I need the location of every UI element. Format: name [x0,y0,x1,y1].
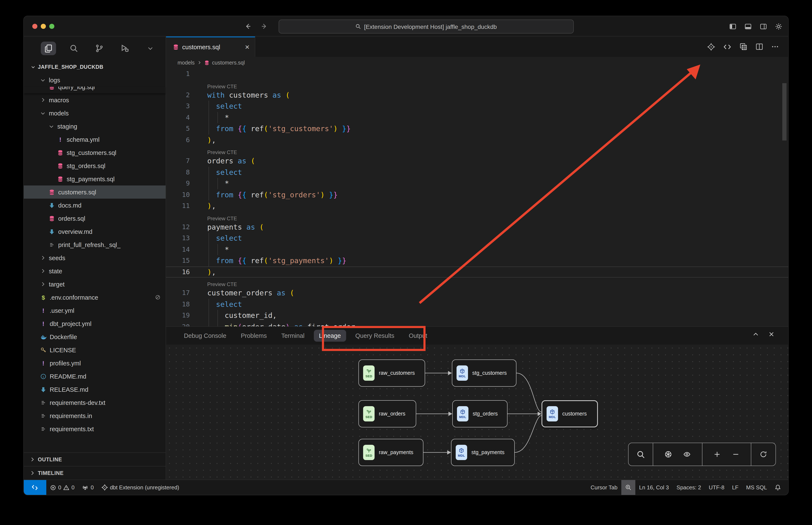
status-zoom-icon[interactable] [621,480,635,495]
code-line-10[interactable]: 10 from {{ ref('stg_orders') }} [166,189,788,200]
code-line-9[interactable]: 9 * [166,178,788,189]
tree-item--env-conformance[interactable]: $.env.conformance [24,291,166,304]
tree-item-overview-md[interactable]: overview.md [24,225,166,238]
tree-item-dockerfile[interactable]: Dockerfile [24,330,166,343]
tree-item-dbt-project-yml[interactable]: !dbt_project.yml [24,317,166,330]
status-item[interactable]: 00 [46,480,78,495]
lineage-node-raw_orders[interactable]: SEDraw_orders [358,400,416,427]
code-line-6[interactable]: 6), [166,134,788,146]
zoom-window-button[interactable] [49,24,54,29]
toggle-secondary-sidebar-icon[interactable] [760,23,767,30]
editor-scrollbar[interactable] [782,83,786,140]
panel-tab-output[interactable]: Output [404,330,432,342]
code-line-11[interactable]: 11), [166,200,788,212]
tree-item-release-md[interactable]: RELEASE.md [24,383,166,396]
tree-item-requirements-in[interactable]: requirements.in [24,409,166,422]
tree-item-orders-sql[interactable]: orders.sql [24,212,166,225]
code-line-2[interactable]: 2with customers as ( [166,89,788,101]
tree-item-print-full-refresh-sql-[interactable]: print_full_refresh._sql_ [24,238,166,251]
tree-item-docs-md[interactable]: docs.md [24,199,166,212]
dbt-logo-icon[interactable] [707,43,715,51]
lineage-eye-icon[interactable] [683,451,690,458]
explorer-project-header[interactable]: JAFFLE_SHOP_DUCKDB [24,60,166,73]
code-line-8[interactable]: 8 select [166,167,788,178]
status-item[interactable]: dbt Extension (unregistered) [98,480,183,495]
lineage-node-stg_customers[interactable]: MDLstg_customers [452,359,516,387]
activity-search-icon[interactable] [66,42,82,55]
code-area[interactable]: 1Preview CTE2with customers as (3 select… [166,68,788,326]
lineage-node-raw_customers[interactable]: SEDraw_customers [358,359,425,387]
breadcrumb-file[interactable]: customers.sql [212,60,245,65]
lineage-aperture-icon[interactable] [665,451,672,458]
codelens-preview-cte[interactable]: Preview CTE [166,146,788,155]
activity-debug-icon[interactable] [117,42,133,55]
code-line-16[interactable]: 16), [166,266,788,278]
tree-item-seeds[interactable]: seeds [24,251,166,265]
lineage-node-raw_payments[interactable]: SEDraw_payments [358,439,424,466]
code-line-13[interactable]: 13 select [166,232,788,244]
code-line-14[interactable]: 14 * [166,244,788,255]
tree-item-schema-yml[interactable]: !schema.yml [24,133,166,146]
code-line-18[interactable]: 18 select [166,299,788,310]
tree-item-stg-customers-sql[interactable]: stg_customers.sql [24,146,166,159]
breadcrumb[interactable]: models customers.sql [166,57,788,68]
query-results-icon[interactable] [739,43,748,51]
code-line-4[interactable]: 4 * [166,112,788,123]
tree-item-requirements-dev-txt[interactable]: requirements-dev.txt [24,396,166,409]
status-item-ms-sql[interactable]: MS SQL [742,480,771,495]
close-tab-icon[interactable]: ✕ [245,44,250,50]
back-arrow-icon[interactable] [245,23,251,30]
activity-git-branch-icon[interactable] [92,42,107,55]
codelens-preview-cte[interactable]: Preview CTE [166,79,788,89]
tree-item-state[interactable]: state [24,265,166,278]
panel-tab-terminal[interactable]: Terminal [276,330,310,342]
tree-item-logs[interactable]: logs [24,73,166,87]
tab-customers-sql[interactable]: customers.sql ✕ [166,36,255,57]
tree-item-requirements-txt[interactable]: requirements.txt [24,422,166,435]
traffic-lights[interactable] [32,24,54,29]
close-panel-icon[interactable] [768,331,774,338]
tree-item-license[interactable]: LICENSE [24,343,166,357]
code-line-15[interactable]: 15 from {{ ref('stg_payments') }} [166,255,788,266]
split-editor-icon[interactable] [755,43,763,50]
close-window-button[interactable] [32,24,38,29]
compiled-code-icon[interactable] [723,43,731,51]
tree-item--user-yml[interactable]: !.user.yml [24,304,166,317]
status-item-cursor-tab[interactable]: Cursor Tab [587,480,621,495]
tree-item-query-log-sql[interactable]: query_log.sql [24,87,166,93]
code-line-5[interactable]: 5 from {{ ref('stg_customers') }} [166,123,788,134]
status-item-ln-16-col-3[interactable]: Ln 16, Col 3 [635,480,673,495]
code-line-7[interactable]: 7orders as ( [166,155,788,167]
activity-chevron-down-icon[interactable] [143,42,158,55]
toggle-panel-icon[interactable] [744,23,752,30]
lineage-search-icon[interactable] [636,450,645,459]
code-line-19[interactable]: 19 customer_id, [166,310,788,321]
sidebar-section-timeline[interactable]: TIMELINE [24,466,166,480]
code-line-17[interactable]: 17customer_orders as ( [166,287,788,299]
activity-files-icon[interactable] [41,42,56,55]
tree-item-target[interactable]: target [24,278,166,291]
panel-tab-query-results[interactable]: Query Results [350,330,399,342]
status-item-spaces-2[interactable]: Spaces: 2 [673,480,705,495]
status-item[interactable]: 0 [78,480,98,495]
lineage-node-customers[interactable]: MDLcustomers [542,400,598,427]
minimize-window-button[interactable] [41,24,46,29]
tree-item-staging[interactable]: staging [24,120,166,133]
toggle-sidebar-icon[interactable] [729,23,736,30]
code-line-20[interactable]: 20 min(order_date) as first_order, [166,321,788,326]
tree-item-macros[interactable]: macros [24,93,166,106]
maximize-panel-icon[interactable] [753,331,759,338]
gear-icon[interactable] [775,23,782,30]
tree-item-profiles-yml[interactable]: !profiles.yml [24,357,166,370]
code-line-1[interactable]: 1 [166,68,788,79]
lineage-refresh-icon[interactable] [760,451,767,458]
status-bell-icon[interactable] [771,480,785,495]
forward-arrow-icon[interactable] [261,23,268,30]
more-actions-icon[interactable] [771,43,779,50]
lineage-node-stg_payments[interactable]: MDLstg_payments [451,439,515,466]
breadcrumb-folder[interactable]: models [178,60,195,65]
status-item-utf-8[interactable]: UTF-8 [705,480,728,495]
codelens-preview-cte[interactable]: Preview CTE [166,212,788,221]
panel-tab-problems[interactable]: Problems [236,330,272,342]
lineage-canvas[interactable]: SEDraw_customersMDLstg_customersSEDraw_o… [166,345,788,480]
